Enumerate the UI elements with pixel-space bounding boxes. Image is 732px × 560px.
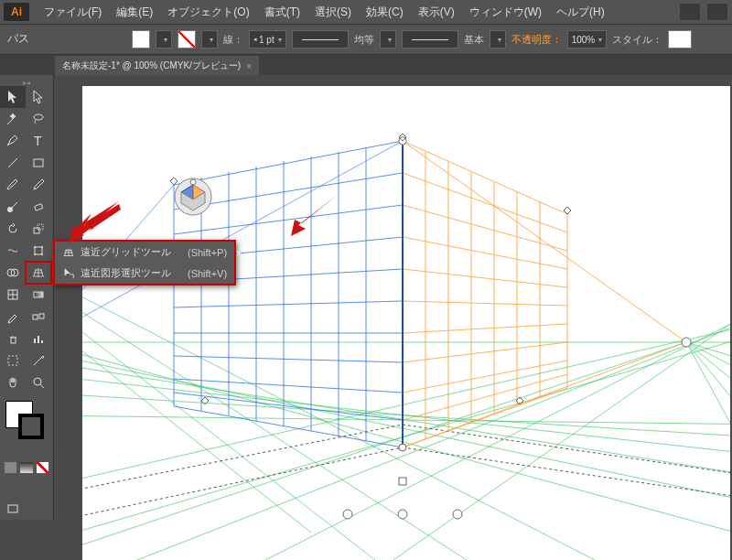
svg-point-9	[34, 246, 36, 248]
svg-line-30	[82, 283, 467, 560]
svg-line-47	[686, 342, 730, 452]
flyout-perspective-grid-tool[interactable]: 遠近グリッドツール (Shift+P) ▸	[55, 242, 234, 263]
blob-brush-tool[interactable]	[0, 196, 26, 218]
symbol-sprayer-tool[interactable]	[0, 328, 26, 350]
profile-field[interactable]	[402, 30, 458, 48]
dash-label: 均等	[354, 33, 374, 47]
free-transform-tool[interactable]	[26, 240, 51, 262]
eraser-tool[interactable]	[26, 196, 51, 218]
svg-rect-6	[34, 228, 39, 233]
lasso-tool[interactable]	[26, 108, 51, 130]
menu-help[interactable]: ヘルプ(H)	[549, 5, 612, 20]
zoom-tool[interactable]	[26, 372, 51, 393]
draw-behind-icon[interactable]	[19, 479, 33, 492]
svg-line-83	[403, 205, 567, 251]
shape-builder-tool[interactable]	[0, 262, 26, 284]
menu-type[interactable]: 書式(T)	[257, 5, 307, 20]
stroke-weight-field[interactable]: ◂1 pt▾	[249, 30, 286, 48]
slice-tool[interactable]	[26, 350, 51, 372]
svg-rect-102	[399, 478, 406, 485]
bridge-icon[interactable]	[679, 3, 701, 21]
app-logo: Ai	[4, 3, 29, 21]
selection-tool[interactable]	[0, 86, 26, 108]
eyedropper-tool[interactable]	[0, 306, 26, 328]
fill-swatch[interactable]	[132, 30, 150, 48]
svg-rect-3	[34, 159, 43, 167]
gradient-tool[interactable]	[26, 284, 51, 306]
fill-dropdown[interactable]: ▾	[156, 30, 172, 48]
gradient-mode-icon[interactable]	[19, 461, 33, 474]
column-graph-tool[interactable]	[26, 328, 51, 350]
stroke-swatch[interactable]	[178, 30, 196, 48]
svg-line-51	[82, 447, 403, 525]
pen-tool[interactable]	[0, 130, 26, 152]
perspective-grid-tool[interactable]	[26, 262, 51, 284]
svg-rect-17	[33, 315, 38, 319]
menu-object[interactable]: オブジェクト(O)	[160, 5, 256, 20]
width-tool[interactable]	[0, 240, 26, 262]
hand-tool[interactable]	[0, 372, 26, 393]
artboard-tool[interactable]	[0, 350, 26, 372]
svg-line-71	[174, 379, 403, 393]
svg-point-24	[34, 378, 41, 385]
line-tool[interactable]	[0, 152, 26, 174]
stroke-color[interactable]	[18, 414, 44, 439]
svg-rect-5	[35, 204, 43, 210]
dash-field[interactable]	[292, 30, 349, 48]
rotate-tool[interactable]	[0, 218, 26, 240]
svg-line-91	[403, 141, 686, 342]
menu-file[interactable]: ファイル(F)	[37, 5, 109, 20]
opacity-label: 不透明度：	[511, 33, 562, 47]
stroke-label: 線：	[223, 33, 243, 47]
panel-grip[interactable]: ▸◂	[0, 79, 53, 86]
annotation-arrow-right	[285, 190, 350, 241]
flyout-perspective-selection-tool[interactable]: 遠近図形選択ツール (Shift+V)	[55, 263, 234, 284]
screen-mode-tool[interactable]	[0, 498, 26, 520]
opacity-field[interactable]: 100%▾	[567, 30, 608, 48]
artboard[interactable]	[82, 86, 730, 560]
menu-effect[interactable]: 効果(C)	[359, 5, 411, 20]
svg-line-86	[403, 301, 567, 306]
tool-panel: ▸◂ T	[0, 75, 54, 520]
svg-line-44	[686, 342, 730, 370]
color-mode-icon[interactable]	[4, 461, 17, 474]
menu-select[interactable]: 選択(S)	[307, 5, 359, 20]
type-tool[interactable]: T	[26, 130, 51, 152]
tab-close-icon[interactable]: ×	[246, 61, 252, 71]
perspective-selection-icon	[62, 267, 75, 280]
magic-wand-tool[interactable]	[0, 108, 26, 130]
svg-point-104	[190, 179, 196, 185]
plane-switch-widget[interactable]	[174, 178, 212, 216]
arrange-icon[interactable]	[706, 3, 728, 21]
stroke-dropdown[interactable]: ▾	[201, 30, 218, 48]
menu-window[interactable]: ウィンドウ(W)	[462, 5, 549, 20]
svg-point-0	[34, 114, 43, 120]
document-area	[55, 75, 732, 560]
menu-edit[interactable]: 編集(E)	[109, 5, 160, 20]
svg-line-84	[403, 237, 567, 269]
rectangle-tool[interactable]	[26, 152, 51, 174]
draw-normal-icon[interactable]	[4, 479, 17, 492]
blend-tool[interactable]	[26, 306, 51, 328]
pencil-tool[interactable]	[26, 174, 51, 196]
style-swatch[interactable]	[668, 30, 692, 48]
fill-stroke-control[interactable]	[0, 399, 53, 445]
none-mode-icon[interactable]	[36, 461, 49, 474]
mesh-tool[interactable]	[0, 284, 26, 306]
paintbrush-tool[interactable]	[0, 174, 26, 196]
scale-tool[interactable]	[26, 218, 51, 240]
dash-dropdown[interactable]: ▾	[380, 30, 396, 48]
svg-line-25	[40, 384, 44, 388]
svg-line-73	[403, 141, 567, 214]
svg-line-2	[8, 158, 17, 167]
svg-rect-26	[8, 505, 17, 512]
profile-dropdown[interactable]: ▾	[490, 30, 506, 48]
perspective-grid-icon	[62, 246, 75, 259]
menu-view[interactable]: 表示(V)	[411, 5, 462, 20]
flyout-submenu-indicator: ▸	[237, 247, 242, 257]
draw-inside-icon[interactable]	[36, 479, 49, 492]
document-tab[interactable]: 名称未設定-1* @ 100% (CMYK/プレビュー) ×	[55, 56, 259, 76]
direct-selection-tool[interactable]	[26, 86, 51, 108]
svg-line-41	[265, 301, 730, 560]
svg-rect-22	[41, 340, 43, 343]
